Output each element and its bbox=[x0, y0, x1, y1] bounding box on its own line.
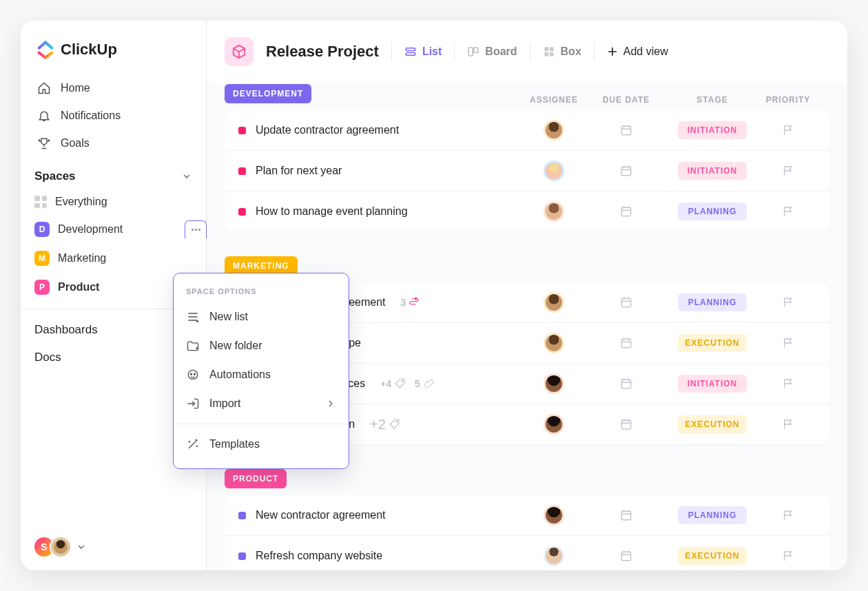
stage-cell[interactable]: INITIATION bbox=[664, 121, 761, 139]
priority-cell[interactable] bbox=[761, 124, 816, 136]
flag-icon[interactable] bbox=[782, 509, 794, 521]
due-date-cell[interactable] bbox=[588, 164, 664, 178]
flag-icon[interactable] bbox=[782, 205, 794, 218]
flag-icon[interactable] bbox=[782, 550, 794, 562]
assignee-cell[interactable] bbox=[519, 292, 588, 313]
bell-icon bbox=[37, 109, 51, 123]
assignee-cell[interactable] bbox=[519, 333, 588, 353]
flag-icon[interactable] bbox=[782, 418, 794, 431]
popup-item-new-list[interactable]: New list bbox=[174, 302, 349, 331]
priority-cell[interactable] bbox=[761, 377, 816, 390]
assignee-cell[interactable] bbox=[519, 160, 588, 181]
task-row[interactable]: Update contractor agreement INITIATION bbox=[225, 110, 829, 151]
task-title-cell: Update contractor agreement bbox=[238, 124, 519, 136]
popup-item-automations[interactable]: Automations bbox=[174, 360, 349, 389]
nav-notifications[interactable]: Notifications bbox=[29, 102, 198, 129]
logo[interactable]: ClickUp bbox=[21, 21, 206, 74]
nav-home[interactable]: Home bbox=[29, 74, 198, 102]
assignee-cell[interactable] bbox=[519, 414, 588, 435]
stage-badge: EXECUTION bbox=[678, 415, 747, 433]
calendar-icon[interactable] bbox=[619, 123, 633, 137]
sidebar-space-marketing[interactable]: M Marketing bbox=[21, 244, 206, 273]
due-date-cell[interactable] bbox=[588, 549, 664, 563]
priority-cell[interactable] bbox=[761, 165, 816, 177]
user-menu[interactable]: S bbox=[21, 523, 206, 570]
stage-cell[interactable]: PLANNING bbox=[664, 203, 761, 220]
add-view-button[interactable]: Add view bbox=[607, 45, 668, 58]
status-square[interactable] bbox=[238, 167, 246, 175]
task-row[interactable]: Plan for next year INITIATION bbox=[225, 151, 829, 191]
stage-cell[interactable]: PLANNING bbox=[664, 293, 761, 311]
flag-icon[interactable] bbox=[782, 296, 794, 309]
due-date-cell[interactable] bbox=[588, 336, 664, 350]
stage-cell[interactable]: PLANNING bbox=[664, 506, 761, 524]
stage-cell[interactable]: INITIATION bbox=[664, 375, 761, 393]
priority-cell[interactable] bbox=[761, 337, 816, 349]
priority-cell[interactable] bbox=[761, 509, 816, 521]
space-options-button[interactable] bbox=[185, 220, 207, 238]
avatar bbox=[544, 505, 564, 526]
stage-badge: EXECUTION bbox=[678, 547, 747, 565]
priority-cell[interactable] bbox=[761, 418, 816, 431]
nav-goals[interactable]: Goals bbox=[29, 129, 198, 157]
priority-cell[interactable] bbox=[761, 550, 816, 562]
task-row[interactable]: Refresh company website EXECUTION bbox=[225, 536, 829, 570]
due-date-cell[interactable] bbox=[588, 205, 664, 218]
status-square[interactable] bbox=[238, 512, 246, 519]
sidebar-space-development[interactable]: D Development bbox=[21, 215, 206, 244]
spaces-header[interactable]: Spaces bbox=[21, 157, 206, 189]
calendar-icon[interactable] bbox=[619, 417, 633, 431]
flag-icon[interactable] bbox=[782, 124, 794, 136]
popup-item-templates[interactable]: Templates bbox=[174, 430, 349, 459]
svg-rect-7 bbox=[549, 52, 553, 56]
avatar bbox=[544, 292, 564, 313]
assignee-cell[interactable] bbox=[519, 373, 588, 394]
due-date-cell[interactable] bbox=[588, 123, 664, 137]
stage-cell[interactable]: INITIATION bbox=[664, 162, 761, 180]
task-row[interactable]: How to manage event planning PLANNING bbox=[225, 191, 829, 231]
due-date-cell[interactable] bbox=[588, 377, 664, 391]
due-date-cell[interactable] bbox=[588, 508, 664, 522]
assignee-cell[interactable] bbox=[519, 201, 588, 222]
calendar-icon[interactable] bbox=[619, 164, 633, 178]
stage-cell[interactable]: EXECUTION bbox=[664, 415, 761, 433]
group-pill[interactable]: DEVELOPMENT bbox=[225, 84, 311, 103]
nav-home-label: Home bbox=[61, 82, 90, 94]
project-icon bbox=[225, 37, 254, 66]
calendar-icon[interactable] bbox=[619, 296, 633, 309]
flag-icon[interactable] bbox=[782, 337, 794, 349]
stage-cell[interactable]: EXECUTION bbox=[664, 334, 761, 352]
status-square[interactable] bbox=[238, 127, 246, 134]
assignee-cell[interactable] bbox=[519, 546, 588, 566]
status-square[interactable] bbox=[238, 552, 246, 560]
avatar bbox=[544, 373, 564, 394]
priority-cell[interactable] bbox=[761, 205, 816, 218]
flag-icon[interactable] bbox=[782, 377, 794, 390]
tab-box[interactable]: Box bbox=[543, 45, 581, 58]
due-date-cell[interactable] bbox=[588, 417, 664, 431]
stage-badge: INITIATION bbox=[678, 121, 747, 139]
flag-icon[interactable] bbox=[782, 165, 794, 177]
assignee-cell[interactable] bbox=[519, 120, 588, 141]
tab-board[interactable]: Board bbox=[467, 45, 517, 58]
calendar-icon[interactable] bbox=[619, 205, 633, 218]
calendar-icon[interactable] bbox=[619, 508, 633, 522]
popup-item-import[interactable]: Import bbox=[174, 389, 349, 418]
add-view-label: Add view bbox=[623, 45, 668, 58]
calendar-icon[interactable] bbox=[619, 549, 633, 563]
stage-cell[interactable]: EXECUTION bbox=[664, 547, 761, 565]
status-square[interactable] bbox=[238, 208, 246, 216]
task-row[interactable]: New contractor agreement PLANNING bbox=[225, 495, 829, 536]
assignee-cell[interactable] bbox=[519, 505, 588, 526]
tab-list[interactable]: List bbox=[404, 45, 442, 58]
calendar-icon[interactable] bbox=[619, 336, 633, 350]
calendar-icon[interactable] bbox=[619, 377, 633, 391]
group-pill[interactable]: PRODUCT bbox=[225, 469, 287, 488]
sidebar-item-everything[interactable]: Everything bbox=[21, 189, 206, 215]
col-stage: STAGE bbox=[664, 95, 761, 105]
svg-rect-0 bbox=[406, 48, 415, 51]
due-date-cell[interactable] bbox=[588, 296, 664, 309]
priority-cell[interactable] bbox=[761, 296, 816, 309]
popup-item-new-folder[interactable]: New folder bbox=[174, 331, 349, 360]
svg-rect-8 bbox=[621, 126, 630, 135]
